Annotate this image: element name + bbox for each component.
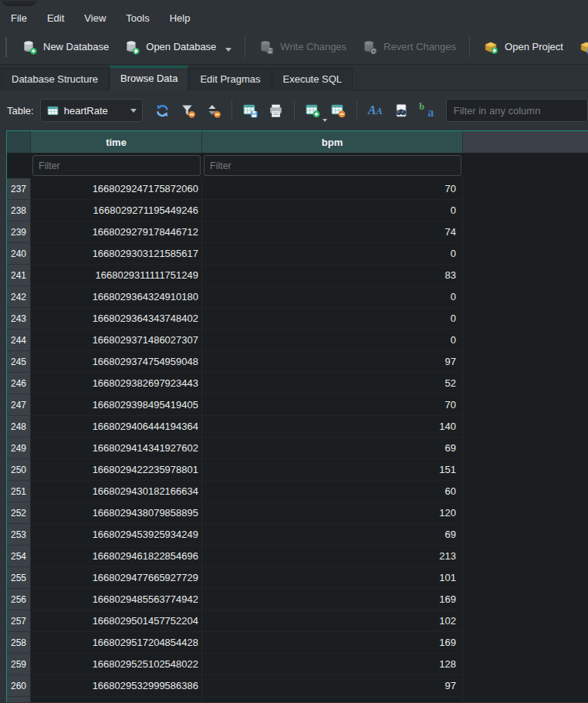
filter-time-input[interactable] <box>32 155 201 176</box>
cell-bpm[interactable]: 169 <box>202 589 463 610</box>
menu-edit[interactable]: Edit <box>37 12 74 24</box>
table-row[interactable]: 260 1668029532999586386 97 <box>7 675 588 697</box>
cell-bpm[interactable]: 128 <box>202 654 463 675</box>
refresh-button[interactable] <box>150 99 174 123</box>
cell-bpm[interactable]: 52 <box>202 373 463 394</box>
toolbar-drag-handle[interactable] <box>5 37 7 57</box>
menu-help[interactable]: Help <box>160 12 201 24</box>
row-number[interactable]: 246 <box>7 373 31 394</box>
row-number[interactable]: 253 <box>7 524 31 546</box>
row-number[interactable]: 242 <box>7 286 31 308</box>
cell-time[interactable]: 1668029247175872060 <box>31 178 202 200</box>
filter-any-column-input[interactable] <box>446 99 588 122</box>
filter-bpm-input[interactable] <box>204 155 461 176</box>
cell-time[interactable]: 1668029406444194364 <box>31 416 202 438</box>
row-number[interactable]: 255 <box>7 567 31 589</box>
cell-bpm[interactable]: 0 <box>202 286 463 308</box>
tab-edit-pragmas[interactable]: Edit Pragmas <box>189 68 271 90</box>
print-button[interactable] <box>264 99 288 123</box>
cell-bpm[interactable]: 69 <box>202 524 463 546</box>
row-number[interactable]: 244 <box>7 330 31 351</box>
table-row[interactable]: 257 1668029501457752204 102 <box>7 610 588 632</box>
cell-bpm[interactable]: 0 <box>202 200 463 221</box>
row-number[interactable]: 238 <box>7 200 31 221</box>
cell-time[interactable]: 1668029303121585617 <box>31 243 202 265</box>
menu-view[interactable]: View <box>74 12 116 24</box>
table-row[interactable]: 256 1668029485563774942 169 <box>7 589 588 610</box>
cell-bpm[interactable]: 0 <box>202 330 463 351</box>
table-row[interactable]: 243 1668029364343748402 0 <box>7 308 588 330</box>
font-settings-button[interactable]: AA <box>363 99 387 123</box>
open-project-button[interactable]: Open Project <box>475 35 571 59</box>
menu-tools[interactable]: Tools <box>116 12 159 24</box>
insert-record-button[interactable] <box>301 99 325 123</box>
cell-time[interactable]: 1668029364324910180 <box>31 286 202 308</box>
cell-bpm[interactable]: 69 <box>202 438 463 459</box>
cell-bpm[interactable]: 101 <box>202 567 463 589</box>
row-number[interactable]: 239 <box>7 221 31 243</box>
row-number[interactable]: 245 <box>7 351 31 373</box>
tab-execute-sql[interactable]: Execute SQL <box>272 68 353 90</box>
row-number[interactable]: 248 <box>7 416 31 438</box>
tab-database-structure[interactable]: Database Structure <box>1 68 109 90</box>
cell-bpm[interactable]: 102 <box>202 610 463 632</box>
cell-bpm[interactable]: 120 <box>202 502 463 524</box>
table-row[interactable]: 246 1668029382697923443 52 <box>7 373 588 394</box>
cell-bpm[interactable]: 169 <box>202 632 463 654</box>
row-number[interactable]: 256 <box>7 589 31 610</box>
cell-bpm[interactable] <box>202 697 463 702</box>
table-row[interactable]: 255 1668029477665927729 101 <box>7 567 588 589</box>
save-table-button[interactable] <box>238 99 262 123</box>
table-row[interactable]: 253 1668029453925934249 69 <box>7 524 588 546</box>
table-row[interactable]: 249 1668029414341927602 69 <box>7 438 588 459</box>
table-row[interactable]: 259 1668029525102548022 128 <box>7 654 588 675</box>
cell-time[interactable]: 1668029311111751249 <box>31 265 202 286</box>
cell-time[interactable]: 1668029477665927729 <box>31 567 202 589</box>
cell-bpm[interactable]: 97 <box>202 351 463 373</box>
cell-time[interactable]: 1668029453925934249 <box>31 524 202 546</box>
row-number[interactable]: 251 <box>7 481 31 502</box>
cell-time[interactable]: 1668029532999586386 <box>31 675 202 697</box>
cell-time[interactable]: 1668029271195449246 <box>31 200 202 221</box>
table-row[interactable]: 244 1668029371486027307 0 <box>7 330 588 351</box>
row-number[interactable] <box>7 697 31 702</box>
grid-corner-button[interactable] <box>7 131 31 153</box>
table-row[interactable]: 238 1668029271195449246 0 <box>7 200 588 221</box>
clear-filters-button[interactable] <box>176 99 200 123</box>
row-number[interactable]: 237 <box>7 178 31 200</box>
menu-file[interactable]: File <box>8 12 37 24</box>
row-number[interactable]: 254 <box>7 546 31 567</box>
table-row[interactable]: 250 1668029422235978801 151 <box>7 459 588 481</box>
tab-browse-data[interactable]: Browse Data <box>110 66 188 90</box>
row-number[interactable]: 250 <box>7 459 31 481</box>
row-number[interactable]: 249 <box>7 438 31 459</box>
table-row[interactable]: 251 1668029430182166634 60 <box>7 481 588 502</box>
table-row[interactable]: 247 1668029398495419405 70 <box>7 394 588 416</box>
row-number[interactable]: 240 <box>7 243 31 265</box>
write-changes-button[interactable]: Write Changes <box>251 35 354 59</box>
revert-changes-button[interactable]: Revert Changes <box>354 35 464 59</box>
cell-time[interactable]: 1668029438079858895 <box>31 502 202 524</box>
row-number[interactable]: 243 <box>7 308 31 330</box>
cell-time[interactable]: 1668029422235978801 <box>31 459 202 481</box>
table-row[interactable]: 240 1668029303121585617 0 <box>7 243 588 265</box>
cell-time[interactable]: 1668029279178446712 <box>31 221 202 243</box>
save-project-button[interactable]: Save Project <box>571 35 588 59</box>
cell-time[interactable]: 1668029430182166634 <box>31 481 202 502</box>
cell-bpm[interactable]: 0 <box>202 308 463 330</box>
row-number[interactable]: 260 <box>7 675 31 697</box>
table-row[interactable]: 254 1668029461822854696 213 <box>7 546 588 567</box>
row-number[interactable]: 258 <box>7 632 31 654</box>
cell-bpm[interactable]: 0 <box>202 243 463 265</box>
cell-time[interactable]: 1668029374754959048 <box>31 351 202 373</box>
cell-time[interactable]: 1668029461822854696 <box>31 546 202 567</box>
cell-bpm[interactable]: 151 <box>202 459 463 481</box>
column-header-bpm[interactable]: bpm <box>202 131 463 153</box>
cell-time[interactable] <box>31 697 202 702</box>
row-number[interactable]: 259 <box>7 654 31 675</box>
table-row[interactable]: 242 1668029364324910180 0 <box>7 286 588 308</box>
table-row[interactable]: 241 1668029311111751249 83 <box>7 265 588 286</box>
row-number[interactable]: 252 <box>7 502 31 524</box>
table-selector-combobox[interactable]: heartRate <box>40 99 143 122</box>
table-row[interactable]: 258 1668029517204854428 169 <box>7 632 588 654</box>
